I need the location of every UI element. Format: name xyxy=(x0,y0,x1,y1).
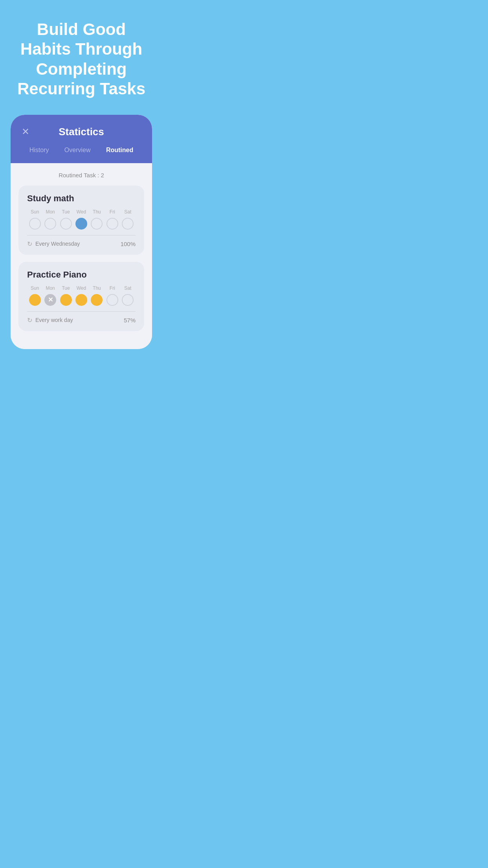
day-label: Thu xyxy=(93,285,101,291)
days-row-practice-piano: Sun Mon ✕ Tue Wed xyxy=(27,285,136,306)
day-col-sun-1: Sun xyxy=(27,209,42,230)
day-col-wed-1: Wed xyxy=(73,209,89,230)
tab-bar: History Overview Routined xyxy=(22,145,141,155)
recurrence-info: ↻ Every Wednesday xyxy=(27,240,80,248)
day-label: Wed xyxy=(77,285,86,291)
recurrence-label: Every Wednesday xyxy=(35,241,80,247)
day-circle xyxy=(75,294,87,306)
day-circle xyxy=(91,294,103,306)
tab-history[interactable]: History xyxy=(29,145,49,155)
day-label: Mon xyxy=(46,285,55,291)
close-button[interactable]: ✕ xyxy=(22,127,29,136)
day-col-thu-1: Thu xyxy=(89,209,105,230)
task-title-study-math: Study math xyxy=(27,193,136,204)
card-header: ✕ Statictics History Overview Routined xyxy=(11,115,152,163)
day-col-fri-1: Fri xyxy=(105,209,120,230)
day-circle xyxy=(44,218,56,230)
day-label: Thu xyxy=(93,209,101,215)
days-row-study-math: Sun Mon Tue Wed xyxy=(27,209,136,230)
day-circle-active xyxy=(75,218,87,230)
divider xyxy=(27,235,136,235)
day-circle-crossed: ✕ xyxy=(44,294,56,306)
day-col-tue-2: Tue xyxy=(58,285,73,306)
day-col-sat-2: Sat xyxy=(120,285,136,306)
day-circle xyxy=(29,218,41,230)
hero-title: Build Good Habits Through Completing Rec… xyxy=(0,0,163,115)
routined-count: Routined Task : 2 xyxy=(18,172,144,178)
day-label: Sat xyxy=(124,285,131,291)
divider xyxy=(27,311,136,312)
day-circle xyxy=(122,294,134,306)
phone-card: ✕ Statictics History Overview Routined R… xyxy=(11,115,152,349)
day-circle xyxy=(122,218,134,230)
tab-overview[interactable]: Overview xyxy=(64,145,91,155)
day-col-sun-2: Sun xyxy=(27,285,42,306)
recurrence-label: Every work day xyxy=(35,317,73,323)
day-circle xyxy=(106,218,118,230)
day-label: Fri xyxy=(110,209,115,215)
completion-pct: 100% xyxy=(121,241,136,247)
recurrence-icon: ↻ xyxy=(27,316,32,324)
day-col-fri-2: Fri xyxy=(105,285,120,306)
day-label: Wed xyxy=(77,209,86,215)
day-col-sat-1: Sat xyxy=(120,209,136,230)
day-circle xyxy=(106,294,118,306)
task-footer-practice-piano: ↻ Every work day 57% xyxy=(27,316,136,324)
recurrence-icon: ↻ xyxy=(27,240,32,248)
completion-pct: 57% xyxy=(124,317,136,324)
day-circle xyxy=(60,218,72,230)
task-footer-study-math: ↻ Every Wednesday 100% xyxy=(27,240,136,248)
day-col-tue-1: Tue xyxy=(58,209,73,230)
day-label: Fri xyxy=(110,285,115,291)
day-label: Sun xyxy=(31,285,39,291)
day-label: Mon xyxy=(46,209,55,215)
day-label: Sat xyxy=(124,209,131,215)
day-label: Tue xyxy=(62,209,70,215)
task-card-practice-piano: Practice Piano Sun Mon ✕ Tue xyxy=(18,262,144,331)
day-circle xyxy=(60,294,72,306)
recurrence-info: ↻ Every work day xyxy=(27,316,73,324)
cross-icon: ✕ xyxy=(48,297,53,303)
header-top: ✕ Statictics xyxy=(22,126,141,138)
task-title-practice-piano: Practice Piano xyxy=(27,270,136,280)
tab-routined[interactable]: Routined xyxy=(106,145,133,155)
day-label: Sun xyxy=(31,209,39,215)
header-title: Statictics xyxy=(59,126,104,138)
day-col-thu-2: Thu xyxy=(89,285,105,306)
day-col-mon-1: Mon xyxy=(42,209,58,230)
day-col-wed-2: Wed xyxy=(73,285,89,306)
task-card-study-math: Study math Sun Mon Tue xyxy=(18,186,144,255)
day-circle xyxy=(91,218,103,230)
day-col-mon-2: Mon ✕ xyxy=(42,285,58,306)
card-body: Routined Task : 2 Study math Sun Mon Tue xyxy=(11,163,152,349)
day-label: Tue xyxy=(62,285,70,291)
day-circle xyxy=(29,294,41,306)
